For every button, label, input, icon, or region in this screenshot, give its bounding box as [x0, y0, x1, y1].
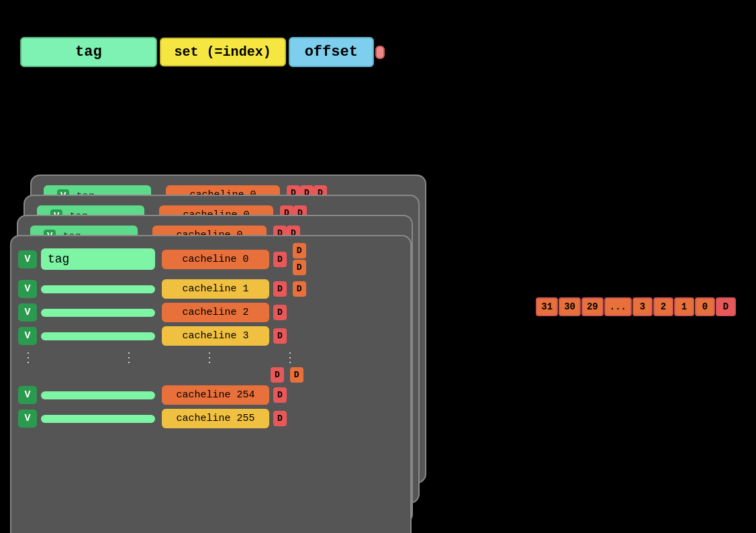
extra-d-0a: D — [293, 243, 306, 258]
tag-cell-254 — [41, 391, 155, 399]
cacheline-2: cacheline 2 — [162, 303, 269, 322]
addr-offset: offset — [289, 37, 374, 67]
cacheline-1: cacheline 1 — [162, 279, 269, 299]
middle-d-a: D — [271, 367, 284, 383]
cd-dots: ... — [604, 297, 632, 316]
tag-cell-2 — [41, 309, 155, 317]
cd-3: 3 — [632, 297, 653, 316]
cd-2: 2 — [653, 297, 673, 316]
cache-row-255: V cacheline 255 D — [18, 409, 404, 428]
d-cell-2: D — [273, 305, 287, 320]
extra-d-1: D — [289, 281, 306, 297]
cacheline-3: cacheline 3 — [162, 326, 269, 346]
cache-row-1: V cacheline 1 D D — [18, 279, 404, 299]
cache-row-254: V cacheline 254 D — [18, 385, 404, 405]
cd-30: 30 — [559, 297, 581, 316]
cacheline-255: cacheline 255 — [162, 409, 269, 428]
v-cell-0: V — [18, 250, 37, 269]
v-cell-3: V — [18, 327, 37, 345]
tag-cell-255 — [41, 415, 155, 423]
cache-row-2: V cacheline 2 D — [18, 303, 404, 322]
addr-cut — [375, 46, 385, 59]
v-cell-255: V — [18, 409, 37, 428]
cd-29: 29 — [581, 297, 604, 316]
extra-d-0b: D — [293, 260, 306, 275]
extra-d-1a: D — [293, 281, 306, 297]
v-cell-2: V — [18, 303, 37, 322]
cd-d: D — [716, 297, 736, 316]
address-bar: tag set (=index) offset — [20, 37, 385, 67]
tag-cell-1 — [41, 285, 155, 293]
cd-31: 31 — [536, 297, 558, 316]
cache-row-3: V cacheline 3 D — [18, 326, 404, 346]
cache-row-0: V tag cacheline 0 D D D — [18, 243, 404, 275]
extra-d-0: D D — [289, 243, 306, 275]
dots-row-1: ⋮ ⋮ ⋮ ⋮ — [18, 350, 404, 365]
d-cell-0: D — [273, 252, 287, 267]
tag-cell-0: tag — [41, 248, 155, 270]
cd-0: 0 — [695, 297, 715, 316]
d-cell-1: D — [273, 281, 287, 297]
cacheline-data-row: 31 30 29 ... 3 2 1 0 D — [536, 297, 736, 316]
tag-cell-3 — [41, 332, 155, 340]
v-cell-1: V — [18, 280, 37, 298]
main-panel: V tag cacheline 0 D D D V cacheline 1 D … — [10, 235, 412, 533]
middle-d-b: D — [290, 367, 303, 383]
v-cell-254: V — [18, 386, 37, 404]
addr-tag: tag — [20, 37, 157, 67]
cd-1: 1 — [674, 297, 694, 316]
cacheline-0: cacheline 0 — [162, 250, 269, 269]
d-cell-254: D — [273, 387, 287, 403]
addr-set: set (=index) — [160, 38, 286, 66]
cacheline-254: cacheline 254 — [162, 385, 269, 405]
cache-container: V tag cacheline 0 D D D V tag cacheline … — [10, 175, 453, 517]
d-cell-255: D — [273, 411, 287, 426]
d-cell-3: D — [273, 328, 287, 344]
